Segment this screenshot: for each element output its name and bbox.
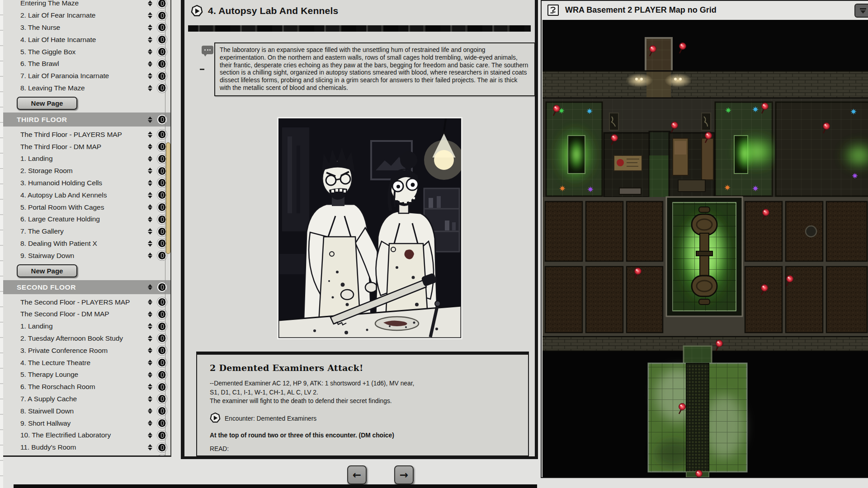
new-page-button[interactable]: New Page (17, 264, 77, 277)
page-item-label: 3. The Nurse (20, 23, 146, 32)
reorder-icon[interactable] (146, 284, 153, 291)
page-item-label: 7. A Supply Cache (20, 395, 146, 403)
reorder-icon[interactable] (146, 73, 153, 79)
reorder-icon[interactable] (146, 192, 153, 198)
reorder-icon[interactable] (146, 180, 153, 186)
read-aloud-box: The laboratory is an expansive space fil… (214, 42, 535, 96)
reorder-icon[interactable] (146, 61, 153, 67)
bottom-dock-edge (14, 484, 537, 488)
reorder-icon[interactable] (146, 85, 153, 91)
journal-page-item[interactable]: 5. The Giggle Box (3, 46, 170, 58)
reorder-icon[interactable] (146, 49, 153, 55)
journal-page-item[interactable]: 6. The Rorschach Room (3, 381, 170, 393)
journal-page-item[interactable]: 3. Humanoid Holding Cells (3, 177, 170, 189)
journal-page-item[interactable]: 7. Lair Of Paranoia Incarnate (3, 70, 170, 82)
reorder-icon[interactable] (146, 311, 153, 318)
journal-page-item[interactable]: The Second Floor - DM MAP (3, 308, 170, 320)
page-item-label: 8. Dealing With Patient X (20, 239, 146, 248)
reorder-icon[interactable] (146, 253, 153, 259)
reorder-icon[interactable] (146, 408, 153, 414)
reorder-icon[interactable] (146, 444, 153, 450)
page-item-label: 3. Humanoid Holding Cells (20, 179, 146, 187)
reorder-icon[interactable] (146, 216, 153, 223)
dungeon-map-canvas[interactable] (542, 20, 868, 477)
reorder-icon[interactable] (146, 131, 153, 138)
reorder-icon[interactable] (146, 228, 153, 235)
journal-page-item[interactable]: 10. The Electrified Laboratory (3, 429, 170, 441)
journal-page-item[interactable]: 3. The Nurse (3, 22, 170, 34)
journal-page-item[interactable]: 1. Landing (3, 320, 170, 333)
journal-page-item[interactable]: 4. Lair Of Hate Incarnate (3, 33, 170, 46)
previous-page-button[interactable]: ← (347, 465, 367, 484)
map-pin[interactable] (696, 470, 703, 478)
page-item-label: 4. Lair Of Hate Incarnate (20, 36, 146, 44)
sidebar-scrollbar-thumb[interactable] (166, 142, 170, 254)
journal-page-item[interactable]: 2. Lair Of Fear Incarnate (3, 9, 170, 22)
window-menu-button[interactable] (854, 4, 868, 18)
encounter-heading: 2 Demented Examiners Attack! (210, 363, 519, 373)
reorder-icon[interactable] (146, 240, 153, 247)
journal-page-item[interactable]: The Third Floor - DM MAP (3, 141, 170, 153)
reorder-icon[interactable] (146, 432, 153, 439)
journal-page-item[interactable]: 4. Autopsy Lab And Kennels (3, 189, 170, 201)
journal-entry-header: 4. Autopsy Lab And Kennels (184, 0, 535, 23)
journal-page-item[interactable]: 7. A Supply Cache (3, 393, 170, 405)
reorder-icon[interactable] (146, 347, 153, 354)
reorder-icon[interactable] (146, 117, 153, 123)
journal-page-item[interactable]: The Second Floor - PLAYERS MAP (3, 296, 170, 308)
reorder-icon[interactable] (146, 323, 153, 329)
map-window-title: WRA Basement 2 PLAYER Map no Grid (565, 5, 717, 15)
page-item-label: 5. The Giggle Box (20, 48, 146, 56)
autopsy-lab-illustration (278, 118, 461, 338)
reorder-icon[interactable] (146, 144, 153, 150)
journal-page-item[interactable]: 5. Portal Room With Cages (3, 201, 170, 213)
journal-page-item[interactable]: 8. Leaving The Maze (3, 82, 170, 94)
page-item-label: 6. The Brawl (20, 60, 146, 68)
journal-page-item[interactable]: 6. The Brawl (3, 58, 170, 70)
journal-page-item[interactable]: 2. Tuesday Afternoon Book Study (3, 333, 170, 345)
section-header-second-floor[interactable]: SECOND FLOOR (3, 280, 170, 294)
reorder-icon[interactable] (146, 12, 153, 19)
journal-page-item[interactable]: 9. Stairway Down (3, 249, 170, 262)
journal-page-item[interactable]: 4. The Lecture Theatre (3, 357, 170, 369)
reorder-icon[interactable] (146, 456, 153, 457)
next-page-button[interactable]: → (394, 465, 414, 484)
journal-page-item[interactable]: 7. The Gallery (3, 225, 170, 238)
journal-page-item[interactable]: 3. Private Conference Room (3, 344, 170, 357)
journal-page-item[interactable]: 11. Buddy's Room (3, 441, 170, 454)
journal-page-item[interactable]: The Third Floor - PLAYERS MAP (3, 128, 170, 141)
app-screen: Entering The Maze 2. Lair Of Fear Incarn… (0, 0, 868, 488)
reorder-icon[interactable] (146, 396, 153, 402)
encounter-link[interactable]: Encounter: Demented Examiners (210, 413, 519, 425)
reorder-icon[interactable] (146, 0, 153, 7)
page-item-label: The Second Floor - PLAYERS MAP (20, 298, 146, 306)
reorder-icon[interactable] (146, 372, 153, 378)
reorder-icon[interactable] (146, 37, 153, 43)
reorder-icon[interactable] (146, 335, 153, 342)
journal-page-item[interactable]: 5. Therapy Lounge (3, 369, 170, 381)
play-icon[interactable] (191, 5, 203, 19)
reorder-icon[interactable] (146, 24, 153, 31)
reorder-icon[interactable] (146, 360, 153, 366)
journal-page-item[interactable]: 9. Short Hallway (3, 417, 170, 429)
journal-page-item[interactable]: 8. Stairwell Down (3, 405, 170, 417)
reorder-icon[interactable] (146, 384, 153, 390)
journal-page-item[interactable]: 2. Storage Room (3, 165, 170, 177)
reorder-icon[interactable] (146, 168, 153, 174)
reorder-icon[interactable] (146, 204, 153, 211)
section-header-label: THIRD FLOOR (17, 116, 146, 124)
new-page-button[interactable]: New Page (17, 97, 77, 110)
map-window-header[interactable]: WRA Basement 2 PLAYER Map no Grid (542, 1, 868, 20)
journal-page-item[interactable]: 12. Security Air Lock (3, 454, 170, 457)
journal-page-item[interactable]: 8. Dealing With Patient X (3, 238, 170, 250)
journal-page-item[interactable]: 6. Large Creature Holding (3, 213, 170, 225)
sidebar-scrollbar-track[interactable] (165, 0, 170, 455)
reorder-icon[interactable] (146, 156, 153, 162)
reorder-icon[interactable] (146, 299, 153, 305)
page-list-maze: Entering The Maze 2. Lair Of Fear Incarn… (3, 0, 170, 94)
journal-page-item[interactable]: Entering The Maze (3, 0, 170, 9)
section-header-third-floor[interactable]: THIRD FLOOR (3, 113, 170, 127)
read-aloud-icon[interactable] (202, 46, 213, 54)
journal-page-item[interactable]: 1. Landing (3, 153, 170, 165)
reorder-icon[interactable] (146, 420, 153, 427)
